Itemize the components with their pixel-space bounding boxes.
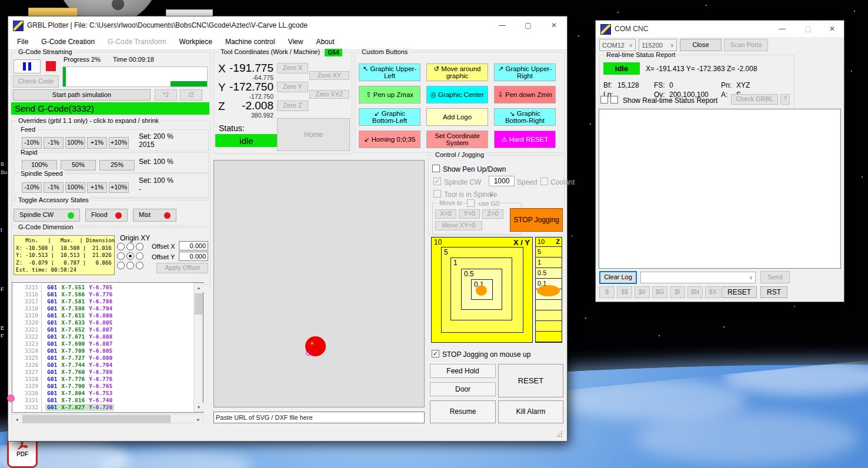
gcode-row-3325[interactable]: 3325G01X-7.727Y-6.800 (12, 355, 193, 362)
gcode-row-3326[interactable]: 3326G01X-7.744Y-6.794 (12, 362, 193, 369)
plot-canvas[interactable]: × (213, 160, 425, 407)
minimize-button[interactable]: — (769, 21, 795, 37)
spindle-speed-field[interactable]: 1000 (489, 176, 515, 186)
gcode-row-3329[interactable]: 3329G01X-7.790Y-6.765 (12, 383, 193, 390)
coolant-checkbox[interactable] (540, 178, 548, 185)
grbl-cmd-button-dollar[interactable]: $ (599, 286, 615, 298)
minimize-button[interactable]: — (489, 16, 515, 34)
speed-up-button[interactable]: *2 (155, 89, 177, 101)
zero-z-button[interactable]: Zero Z (277, 101, 308, 111)
grbl-cmd-button-dollardollar[interactable]: $$ (617, 286, 632, 298)
gcode-row-3332[interactable]: 3332G01X-7.827Y-6.726 (12, 404, 193, 411)
menu-item-view[interactable]: View (282, 38, 310, 46)
custom-button-pen-up-zmax[interactable]: ⇧ Pen up Zmax (359, 86, 420, 103)
custom-button-hard-reset[interactable]: ⚠ Hard RESET (494, 131, 556, 148)
override-button-50pct[interactable]: 50% (61, 160, 96, 171)
origin-radio-3[interactable] (117, 252, 125, 260)
override-button-100pct[interactable]: 100% (65, 137, 85, 149)
jog-z-step-6[interactable] (536, 310, 562, 321)
gcode-row-3333[interactable]: 3333G01X-7.836Y-6.710 (12, 411, 193, 412)
resume-button[interactable]: Resume (430, 400, 496, 423)
gcode-row-3330[interactable]: 3330G01X-7.804Y-6.753 (12, 390, 193, 397)
menu-item-workpiece[interactable]: Workpiece (172, 38, 218, 46)
gcode-row-3315[interactable]: 3315G01X-7.551Y-6.765 (12, 284, 193, 291)
jog-z-step-7[interactable] (536, 321, 562, 332)
scrollbar-thumb[interactable] (22, 415, 171, 423)
gcode-row-3324[interactable]: 3324G01X-7.709Y-6.805 (12, 347, 193, 355)
use-g0-checkbox[interactable] (467, 199, 475, 207)
offset-x-field[interactable]: 0.000 (179, 241, 208, 250)
gcode-row-3317[interactable]: 3317G01X-7.581Y-6.786 (12, 298, 193, 305)
jog-z-step-2[interactable]: 0.5 (536, 268, 562, 279)
override-button-100pct[interactable]: 100% (22, 160, 57, 171)
custom-button-set-coordinate-system[interactable]: Set Coordinate System (426, 131, 488, 148)
flood-toggle[interactable]: Flood (85, 209, 128, 222)
grbl-cmd-button-dollar#[interactable]: $# (635, 286, 650, 298)
scroll-right-icon[interactable]: ► (194, 414, 203, 424)
resize-grip[interactable] (555, 430, 563, 437)
menu-item-g-code-creation[interactable]: G-Code Creation (35, 38, 101, 46)
grbl-cmd-button-dollarN[interactable]: $N (687, 286, 703, 298)
rst-button[interactable]: RST (760, 286, 787, 298)
grbl-cmd-button-dollarI[interactable]: $I (670, 286, 685, 298)
origin-radio-4[interactable] (126, 252, 134, 260)
origin-radio-1[interactable] (126, 243, 134, 250)
reset-button[interactable]: RESET (498, 364, 563, 397)
override-button-minus1pct[interactable]: -1% (44, 137, 64, 149)
check-code-button[interactable]: Check Code (13, 75, 59, 88)
grbl-reset-button[interactable]: RESET (722, 286, 757, 298)
gcode-row-3316[interactable]: 3316G01X-7.566Y-6.776 (12, 291, 193, 298)
origin-radio-6[interactable] (117, 262, 125, 269)
gcode-row-3328[interactable]: 3328G01X-7.776Y-6.776 (12, 376, 193, 383)
pause-button[interactable] (14, 59, 41, 73)
custom-button-graphic-upper-right[interactable]: ↗ Graphic Upper-Right (494, 63, 556, 81)
com-close-button[interactable]: Close (680, 39, 722, 51)
origin-radio-0[interactable] (117, 243, 125, 250)
move-xy0-button[interactable]: Move XY=0 (435, 221, 482, 230)
origin-radio-5[interactable] (136, 252, 143, 260)
scroll-up-icon[interactable]: ▲ (194, 283, 203, 292)
zero-xyz-button[interactable]: Zero XYZ (309, 90, 349, 99)
menu-item-about[interactable]: About (309, 38, 340, 46)
main-title-bar[interactable]: GRBL Plotter | File: C:\Users\rlwoo\Docu… (8, 16, 567, 34)
jog-z-step-0[interactable]: 5 (536, 247, 562, 258)
offset-y-field[interactable]: 0.000 (179, 252, 208, 261)
clear-log-button[interactable]: Clear Log (599, 271, 637, 284)
custom-button-graphic-center[interactable]: ◎ Graphic Center (426, 86, 488, 103)
svg-url-input[interactable]: Paste URL of SVG / DXF file here (213, 412, 425, 423)
origin-radio-8[interactable] (136, 262, 143, 269)
move-z0-button[interactable]: Z=0 (482, 209, 503, 219)
custom-button-graphic-bottom-right[interactable]: ↘ Graphic Bottom-Right (494, 108, 556, 126)
zero-x-button[interactable]: Zero X (277, 63, 308, 73)
status-report-checkbox-2[interactable] (610, 96, 618, 103)
vertical-scrollbar[interactable]: ▲ ▼ (193, 283, 203, 412)
menu-item-machine-control[interactable]: Machine control (219, 38, 282, 46)
scroll-left-icon[interactable]: ◄ (12, 414, 21, 424)
check-grbl-button[interactable]: Check GRBL (731, 94, 778, 105)
speed-down-button[interactable]: /2 (180, 89, 202, 101)
kill-alarm-button[interactable]: Kill Alarm (498, 400, 563, 423)
simulate-button[interactable]: Start path simulation (13, 89, 151, 101)
override-button-plus1pct[interactable]: +1% (87, 182, 107, 193)
stop-on-mouseup-checkbox[interactable]: ✓ (432, 350, 439, 357)
mist-toggle[interactable]: Mist (133, 209, 176, 222)
custom-button-pen-down-zmin[interactable]: ⇩ Pen down Zmin (494, 86, 556, 103)
maximize-button[interactable]: ▢ (795, 21, 821, 37)
close-button[interactable]: ✕ (541, 16, 567, 34)
horizontal-scrollbar[interactable]: ◄ ► (12, 414, 203, 423)
gcode-row-3319[interactable]: 3319G01X-7.615Y-6.800 (12, 312, 193, 319)
jog-z-pad[interactable]: 10 Z 510.50.1 (535, 237, 562, 343)
stop-icon[interactable] (46, 61, 56, 71)
stop-jogging-button[interactable]: STOP Jogging (510, 208, 563, 232)
show-pen-checkbox[interactable] (432, 165, 440, 172)
override-button-plus1pct[interactable]: +1% (87, 137, 107, 149)
gcode-row-3318[interactable]: 3318G01X-7.598Y-6.794 (12, 305, 193, 312)
gcode-row-3320[interactable]: 3320G01X-7.633Y-6.805 (12, 319, 193, 326)
grbl-cmd-button-dollarG[interactable]: $G (652, 286, 667, 298)
override-button-plus10pct[interactable]: +10% (109, 182, 129, 193)
gcode-row-3327[interactable]: 3327G01X-7.760Y-6.786 (12, 369, 193, 376)
override-button-100pct[interactable]: 100% (65, 182, 85, 193)
scrollbar-thumb[interactable] (195, 293, 203, 315)
apply-offset-button[interactable]: Apply Offset (156, 263, 208, 273)
move-x0-button[interactable]: X=0 (435, 209, 456, 219)
